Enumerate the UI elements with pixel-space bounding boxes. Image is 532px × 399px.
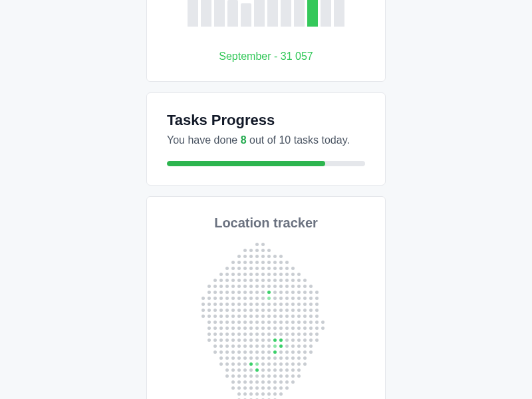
map-dot [273,356,277,360]
visits-bar[interactable] [188,0,198,27]
map-dot [267,380,271,384]
map-dot [285,309,289,312]
map-dot [303,297,307,300]
map-dot [243,267,247,270]
map-dot [309,285,313,288]
map-dot [297,291,301,294]
map-dot [237,255,241,258]
map-dot [279,350,283,354]
map-dot [297,303,301,306]
visits-bar[interactable] [214,0,225,27]
map-dot [309,291,313,294]
map-dot [279,267,283,270]
map-dot [261,374,265,378]
map-dot [261,309,265,312]
map-dot [297,273,301,276]
map-dot [291,332,295,336]
map-dot [249,255,253,258]
tasks-card: Tasks Progress You have done 8 out of 10… [146,92,386,186]
visits-bar[interactable] [281,0,291,27]
map-dot [279,255,283,258]
map-dot [267,344,271,348]
map-dot [279,338,283,342]
map-dot [255,386,259,390]
map-dot [243,279,247,282]
map-dot [249,380,253,384]
map-dot [279,386,283,390]
location-dot-map [201,243,331,399]
map-dot [315,338,319,342]
map-dot [207,297,211,300]
tasks-progress-bar [167,161,365,166]
map-dot [315,327,319,330]
visits-bar[interactable] [307,0,318,27]
map-dot [297,338,301,342]
visits-bar[interactable] [227,0,238,27]
map-dot [261,261,265,264]
map-dot [315,309,319,312]
map-dot [237,279,241,282]
map-dot [231,380,235,384]
map-dot [279,362,283,366]
map-dot [303,327,307,330]
map-dot [231,356,235,360]
map-dot [243,327,247,330]
visits-bar[interactable] [267,0,278,27]
visits-bar[interactable] [254,0,265,27]
visits-bar[interactable] [201,0,211,27]
map-dot [267,332,271,336]
map-dot [261,338,265,342]
map-dot [285,279,289,282]
map-dot [225,344,229,348]
map-dot [273,332,277,336]
map-dot [285,291,289,294]
map-dot [267,356,271,360]
map-dot [291,374,295,378]
map-dot [237,273,241,276]
map-dot [267,273,271,276]
map-dot [309,321,313,324]
map-dot [243,249,247,252]
map-dot [219,327,223,330]
map-dot [255,344,259,348]
map-dot [255,350,259,354]
map-dot [249,368,253,372]
map-dot [261,362,265,366]
map-dot [303,344,307,348]
map-dot [297,327,301,330]
map-dot [291,327,295,330]
map-dot [297,362,301,366]
map-dot [255,279,259,282]
map-dot [279,273,283,276]
map-dot [291,297,295,300]
map-dot [243,338,247,342]
visits-bar[interactable] [334,0,344,27]
map-dot [273,350,277,354]
map-dot [255,356,259,360]
map-dot [243,315,247,318]
visits-card: Visits month September - 31 057 [146,0,386,82]
map-dot [309,350,313,354]
map-dot [291,338,295,342]
map-dot [261,332,265,336]
map-dot [255,285,259,288]
map-dot [249,362,253,366]
map-dot [303,309,307,312]
map-dot [237,392,241,396]
map-dot [273,344,277,348]
visits-bar[interactable] [241,3,251,27]
map-dot [285,267,289,270]
map-dot [273,273,277,276]
map-dot [231,261,235,264]
map-dot [231,303,235,306]
visits-caption-value: 31 057 [281,51,313,62]
map-dot [303,303,307,306]
map-dot [237,315,241,318]
map-dot [213,291,217,294]
visits-bar[interactable] [321,0,331,27]
map-dot [273,338,277,342]
visits-bar[interactable] [294,0,305,27]
map-dot [267,386,271,390]
map-dot [249,356,253,360]
map-dot [273,285,277,288]
